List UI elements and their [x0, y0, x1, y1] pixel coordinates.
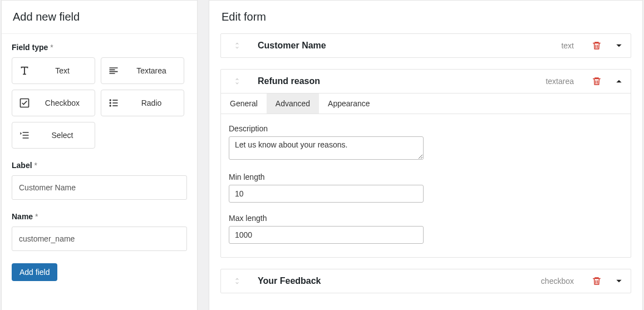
field-type-checkbox-label: Checkbox [37, 99, 95, 107]
max-length-input[interactable] [229, 226, 424, 244]
form-field-body: General Advanced Appearance Description … [221, 93, 631, 257]
field-type-grid: Text Textarea Checkbox [12, 57, 187, 149]
field-type-text-label: Text [37, 66, 95, 75]
field-type-checkbox[interactable]: Checkbox [12, 90, 95, 116]
form-field-header[interactable]: Your Feedback checkbox [221, 269, 631, 293]
delete-field-button[interactable] [592, 276, 602, 286]
expand-field-button[interactable] [615, 277, 623, 285]
form-field-header[interactable]: Customer Name text [221, 34, 631, 57]
form-field-type-badge: checkbox [541, 277, 574, 286]
min-length-label: Min length [229, 173, 623, 181]
tab-advanced[interactable]: Advanced [267, 94, 319, 114]
field-type-select-label: Select [37, 131, 95, 140]
radio-type-icon [101, 97, 126, 109]
advanced-pane: Description Min length Max length [221, 114, 631, 257]
form-field-row: Your Feedback checkbox [220, 269, 631, 293]
field-type-select[interactable]: Select [12, 122, 95, 149]
form-field-type-badge: text [561, 41, 574, 50]
field-type-radio-label: Radio [126, 99, 184, 107]
description-label: Description [229, 124, 623, 133]
expand-field-button[interactable] [615, 42, 623, 50]
tab-appearance[interactable]: Appearance [319, 94, 379, 114]
checkbox-type-icon [12, 97, 37, 109]
select-type-icon [12, 130, 37, 141]
delete-field-button[interactable] [592, 41, 602, 51]
textarea-type-icon [101, 65, 126, 76]
svg-point-1 [110, 99, 111, 101]
add-field-button[interactable]: Add field [12, 263, 57, 281]
form-field-type-badge: textarea [545, 77, 574, 86]
form-field-title: Refund reason [245, 76, 545, 86]
svg-point-5 [110, 105, 111, 106]
form-field-row: Refund reason textarea General Advanced … [220, 69, 631, 258]
drag-handle-icon[interactable] [229, 41, 245, 50]
drag-handle-icon[interactable] [229, 77, 245, 86]
collapse-field-button[interactable] [615, 77, 623, 85]
form-field-title: Your Feedback [245, 276, 541, 286]
description-textarea[interactable] [229, 136, 424, 160]
drag-handle-icon[interactable] [229, 277, 245, 286]
add-new-field-title: Add new field [2, 1, 197, 34]
field-type-label: Field type * [12, 43, 187, 52]
form-field-header[interactable]: Refund reason textarea [221, 70, 631, 93]
svg-rect-4 [112, 102, 117, 104]
edit-form-title: Edit form [220, 1, 631, 33]
max-length-label: Max length [229, 214, 623, 223]
delete-field-button[interactable] [592, 76, 602, 86]
form-field-row: Customer Name text [220, 33, 631, 58]
name-input[interactable] [12, 227, 187, 251]
field-type-textarea[interactable]: Textarea [101, 57, 184, 84]
svg-point-3 [110, 102, 111, 104]
min-length-input[interactable] [229, 185, 424, 203]
field-settings-tabs: General Advanced Appearance [221, 94, 631, 114]
label-field-label: Label * [12, 161, 187, 170]
label-input[interactable] [12, 175, 187, 200]
form-field-title: Customer Name [245, 41, 561, 51]
tab-general[interactable]: General [221, 94, 267, 114]
svg-rect-6 [112, 105, 117, 106]
svg-rect-2 [112, 100, 117, 101]
field-type-textarea-label: Textarea [126, 66, 184, 75]
edit-form-panel: Edit form Customer Name text [209, 0, 643, 310]
field-type-radio[interactable]: Radio [101, 90, 184, 116]
name-field-label: Name * [12, 212, 187, 221]
add-new-field-panel: Add new field Field type * Text [1, 0, 198, 310]
field-type-text[interactable]: Text [12, 57, 95, 84]
text-type-icon [12, 65, 37, 77]
